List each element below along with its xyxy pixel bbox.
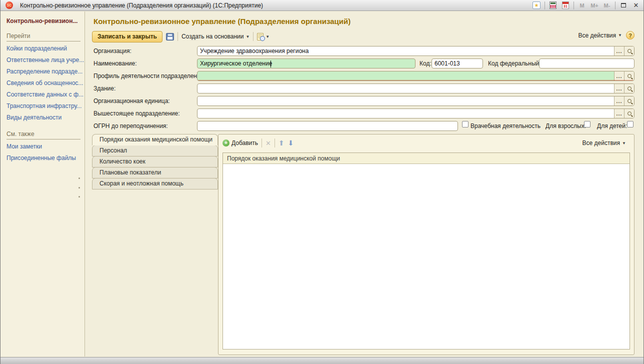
all-actions-dropdown[interactable]: Все действия ▼ [578,32,622,39]
parent-unit-ellipsis-button[interactable]: ... [614,109,624,118]
text-cursor [270,60,271,68]
delete-button[interactable]: ✕ [266,140,271,147]
titlebar-separator [574,2,574,10]
building-input[interactable] [198,84,614,93]
organization-ellipsis-button[interactable]: ... [614,46,624,56]
code-label: Код: [420,58,432,68]
organization-input[interactable] [198,46,614,56]
form-toolbar: Записать и закрыть Создать на основании … [92,30,270,43]
maximize-button[interactable] [619,1,628,10]
code-input[interactable] [432,59,483,68]
org-unit-field: ... [197,96,634,106]
chevron-down-icon: ▼ [246,34,250,39]
ogrn-input[interactable] [198,122,458,130]
add-button[interactable]: + Добавить [222,140,258,146]
maximize-icon [621,3,626,8]
tab-planned-indicators[interactable]: Плановые показатели [92,167,218,178]
org-unit-lookup-button[interactable] [624,96,634,106]
org-unit-ellipsis-button[interactable]: ... [614,96,624,106]
building-lookup-button[interactable] [624,84,634,93]
table-all-actions-dropdown[interactable]: Все действия ▼ [582,140,626,146]
add-icon: + [222,140,230,146]
add-label: Добавить [232,140,258,146]
magnifier-icon [628,86,632,90]
titlebar-separator [544,2,545,10]
sidebar-item-attachments[interactable]: Присоединенные файлы [6,154,80,162]
help-button[interactable]: ? [626,31,634,40]
organization-label: Организация: [94,46,132,56]
save-and-close-button[interactable]: Записать и закрыть [92,31,162,42]
parent-unit-input[interactable] [198,109,614,118]
page-title: Контрольно-ревизионное управление (Подра… [94,17,350,26]
favorites-button[interactable]: ★ [532,1,541,10]
for-adults-checkbox[interactable] [584,121,590,128]
document-history-dropdown[interactable]: ▼ [257,33,270,40]
1c-logo-icon: 1С [6,2,13,9]
sidebar-item-data-match[interactable]: Соответствие данных с ф... [6,91,80,98]
window-title: Контрольно-ревизионное управление (Подра… [20,2,263,9]
table-body-empty[interactable] [223,164,630,349]
federal-code-label: Код федеральный: [488,58,541,68]
sidebar-section-goto: Перейти [6,32,80,42]
chevron-down-icon: ▼ [618,33,622,38]
memory-plus-button[interactable]: M+ [590,1,599,10]
tab-emergency-care[interactable]: Скорая и неотложная помощь [92,178,218,190]
titlebar-separator [615,2,616,10]
magnifier-icon [628,74,632,78]
care-procedures-table: Порядок оказания медицинской помощи [222,152,630,350]
name-input[interactable] [198,59,415,68]
sidebar-item-equipment[interactable]: Сведения об оснащеннос... [6,80,80,86]
organization-field: ... [197,46,634,56]
org-unit-input[interactable] [198,96,614,106]
star-icon: ★ [532,2,540,9]
federal-code-input[interactable] [540,59,634,68]
for-adults-label: Для взрослых: [546,121,586,131]
table-column-header[interactable]: Порядок оказания медицинской помощи [223,153,630,164]
toolbar-separator [274,138,275,148]
sidebar-title: Контрольно-ревизион... [6,18,80,24]
parent-unit-label: Вышестоящее подразделение: [94,108,180,118]
create-based-on-dropdown[interactable]: Создать на основании ▼ [182,33,250,40]
building-ellipsis-button[interactable]: ... [614,84,624,93]
sidebar-item-notes[interactable]: Мои заметки [6,143,80,150]
calculator-button[interactable] [548,1,558,10]
federal-code-field [539,58,634,68]
sidebar-item-activities[interactable]: Виды деятельности [6,114,80,121]
toolbar-separator [253,32,254,41]
for-children-checkbox[interactable] [627,121,634,128]
memory-button[interactable]: M [578,1,586,10]
parent-unit-field: ... [197,108,634,118]
sidebar-item-beds[interactable]: Койки подразделений [6,45,80,52]
save-icon[interactable] [166,33,174,40]
tab-care-procedures[interactable]: Порядки оказания медицинской помощи [92,134,218,146]
move-down-button[interactable]: ⬇ [288,139,294,147]
calendar-button[interactable]: 31 [561,1,570,10]
profile-input[interactable] [198,72,614,80]
magnifier-icon [628,99,632,103]
organization-lookup-button[interactable] [624,46,634,56]
building-label: Здание: [94,84,116,94]
toolbar-separator [262,138,262,148]
tab-personnel[interactable]: Персонал [92,145,218,156]
sidebar-item-transport[interactable]: Транспортная инфрастру... [6,102,80,110]
profile-lookup-button[interactable] [624,72,634,80]
code-field [432,58,483,68]
medical-activity-checkbox[interactable] [462,121,468,128]
toolbar-right: Все действия ▼ ? [578,31,634,40]
close-button[interactable]: ✕ [632,1,640,10]
chevron-down-icon: ▼ [622,141,626,146]
calendar-icon: 31 [562,2,569,9]
profile-ellipsis-button[interactable]: ... [614,72,624,80]
tab-bed-count[interactable]: Количество коек [92,156,218,168]
status-bar [0,357,644,364]
move-up-button[interactable]: ⬆ [278,139,284,147]
memory-minus-button[interactable]: M- [602,1,612,10]
sidebar-item-responsible[interactable]: Ответственные лица учре... [6,56,80,64]
table-all-actions-label: Все действия [582,140,620,146]
parent-unit-lookup-button[interactable] [624,109,634,118]
sidebar-splitter[interactable] [78,178,80,198]
profile-field: ... [197,71,634,81]
sidebar-item-distribution[interactable]: Распределение подразде... [6,68,80,75]
table-toolbar: + Добавить ✕ ⬆ ⬇ [222,138,294,148]
create-based-on-label: Создать на основании [182,33,244,40]
